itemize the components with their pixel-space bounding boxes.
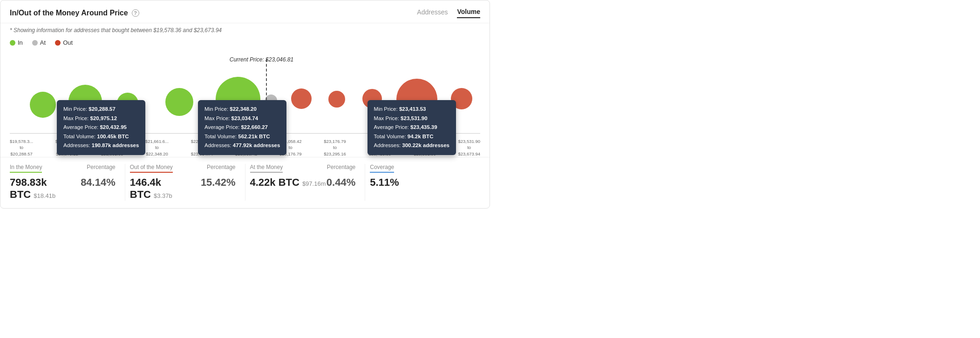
stat-main-3: 5.11%: [370, 176, 399, 188]
legend-out: Out: [55, 39, 73, 46]
legend-dot-at: [32, 40, 38, 46]
bubble-3: [165, 88, 193, 116]
x-label-10: $23,531.90to$23,673.94: [458, 138, 480, 157]
stat-sub-0: $18.41b: [34, 192, 55, 199]
tooltip-line: Total Volume: 100.45k BTC: [63, 132, 139, 142]
chart-area: Current Price: $23,046.81 $19,578.3...to…: [0, 50, 490, 157]
tooltip-line: Addresses: 300.22k addresses: [374, 141, 449, 150]
stat-divider-3: [365, 164, 365, 201]
stat-col-1: Out of the MoneyPercentage146.4k BTC$3.3…: [130, 164, 240, 201]
help-icon[interactable]: ?: [132, 9, 139, 17]
tooltip-line: Addresses: 477.92k addresses: [204, 141, 280, 150]
bubble-6: [291, 88, 312, 109]
stat-pct-1: 15.42%: [201, 176, 236, 189]
x-label-0: $19,578.3...to$20,288.57: [10, 138, 33, 157]
legend-label-out: Out: [63, 39, 73, 46]
legend-dot-in: [10, 40, 15, 46]
legend-dot-out: [55, 40, 61, 46]
legend-label-in: In: [18, 39, 23, 46]
tab-addresses[interactable]: Addresses: [417, 8, 448, 18]
legend: In At Out: [0, 37, 490, 50]
tooltip-line: Average Price: $20,432.95: [63, 123, 139, 132]
stat-label-2: At the Money: [250, 164, 283, 173]
legend-label-at: At: [40, 39, 46, 46]
tooltip-line: Min Price: $23,413.53: [374, 105, 449, 114]
tab-group: Addresses Volume: [417, 8, 480, 18]
tooltip-line: Average Price: $22,660.27: [204, 123, 280, 132]
current-price-label: Current Price: $23,046.81: [230, 56, 293, 63]
tooltip-line: Min Price: $20,288.57: [63, 105, 139, 114]
x-label-3: $21,661.6...to$22,348.20: [145, 138, 169, 157]
stat-pct-label-0: Percentage: [87, 164, 115, 173]
stat-pct-2: 0.44%: [327, 176, 355, 189]
tooltip-line: Max Price: $23,034.74: [204, 114, 280, 123]
tooltip-line: Total Volume: 562.21k BTC: [204, 132, 280, 142]
stat-divider-2: [245, 164, 245, 201]
widget-container: In/Out of the Money Around Price ? Addre…: [0, 0, 490, 208]
stat-col-0: In the MoneyPercentage798.83k BTC$18.41b…: [10, 164, 120, 201]
tooltip-line: Total Volume: 94.2k BTC: [374, 132, 449, 142]
stat-pct-label-1: Percentage: [207, 164, 235, 173]
stat-label-1: Out of the Money: [130, 164, 173, 173]
stat-label-3: Coverage: [370, 164, 394, 173]
stat-col-2: At the MoneyPercentage4.22k BTC$97.16m0.…: [250, 164, 361, 201]
header: In/Out of the Money Around Price ? Addre…: [0, 0, 490, 23]
subtitle: * Showing information for addresses that…: [0, 23, 490, 37]
tooltip-line: Addresses: 190.87k addresses: [63, 141, 139, 150]
bubble-7: [328, 91, 345, 108]
tab-volume[interactable]: Volume: [457, 8, 480, 18]
x-label-7: $23,176.79to$23,295.16: [324, 138, 346, 157]
bubble-0: [30, 92, 56, 118]
tooltip-line: Average Price: $23,435.39: [374, 123, 449, 132]
stat-col-3: Coverage5.11%: [370, 164, 480, 201]
title-text: In/Out of the Money Around Price: [10, 9, 128, 17]
stat-pct-label-2: Percentage: [327, 164, 355, 173]
tooltip-1: Min Price: $22,348.20Max Price: $23,034.…: [198, 100, 286, 155]
stat-pct-0: 84.14%: [81, 176, 116, 189]
stat-label-0: In the Money: [10, 164, 42, 173]
tooltip-0: Min Price: $20,288.57Max Price: $20,975.…: [57, 100, 145, 155]
legend-in: In: [10, 39, 23, 46]
stat-sub-2: $97.16m: [302, 180, 326, 187]
legend-at: At: [32, 39, 46, 46]
stat-sub-1: $3.37b: [154, 192, 172, 199]
tooltip-line: Min Price: $22,348.20: [204, 105, 280, 114]
widget-title: In/Out of the Money Around Price ?: [10, 9, 139, 17]
stat-divider-1: [125, 164, 125, 201]
stats-row: In the MoneyPercentage798.83k BTC$18.41b…: [0, 157, 490, 208]
tooltip-2: Min Price: $23,413.53Max Price: $23,531.…: [368, 100, 456, 155]
stat-main-2: 4.22k BTC: [250, 176, 299, 188]
tooltip-line: Max Price: $20,975.12: [63, 114, 139, 123]
tooltip-line: Max Price: $23,531.90: [374, 114, 449, 123]
